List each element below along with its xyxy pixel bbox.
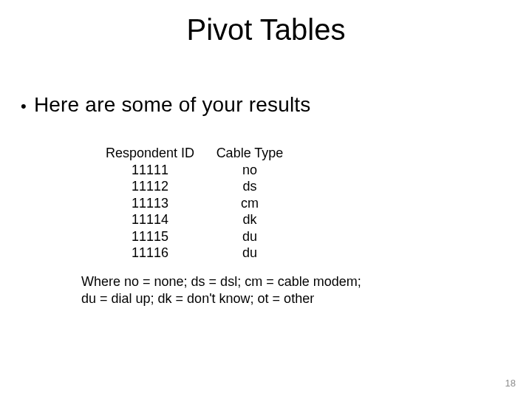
- cell-type: du: [205, 228, 294, 245]
- cell-type: dk: [205, 211, 294, 228]
- table-row: 11115 du: [95, 228, 294, 245]
- cell-type: du: [205, 245, 294, 262]
- legend-line-1: Where no = none; ds = dsl; cm = cable mo…: [81, 273, 451, 290]
- table-row: 11112 ds: [95, 178, 294, 195]
- bullet-icon: •: [21, 98, 27, 115]
- slide: Pivot Tables •Here are some of your resu…: [0, 0, 532, 399]
- cell-type: cm: [205, 195, 294, 212]
- slide-title: Pivot Tables: [0, 13, 532, 47]
- bullet-text: Here are some of your results: [34, 93, 311, 116]
- cell-id: 11115: [95, 228, 205, 245]
- cell-id: 11113: [95, 195, 205, 212]
- table-header-row: Respondent ID Cable Type: [95, 145, 294, 162]
- data-table: Respondent ID Cable Type 11111 no 11112 …: [95, 145, 294, 262]
- header-respondent-id: Respondent ID: [95, 145, 205, 162]
- cell-id: 11112: [95, 178, 205, 195]
- table-row: 11113 cm: [95, 195, 294, 212]
- cell-id: 11111: [95, 162, 205, 179]
- header-cable-type: Cable Type: [205, 145, 294, 162]
- cell-id: 11114: [95, 211, 205, 228]
- cell-id: 11116: [95, 245, 205, 262]
- cell-type: ds: [205, 178, 294, 195]
- page-number: 18: [505, 378, 516, 389]
- legend-text: Where no = none; ds = dsl; cm = cable mo…: [81, 273, 451, 308]
- legend-line-2: du = dial up; dk = don't know; ot = othe…: [81, 290, 451, 307]
- table-row: 11111 no: [95, 162, 294, 179]
- table-row: 11114 dk: [95, 211, 294, 228]
- bullet-line: •Here are some of your results: [21, 93, 311, 117]
- cell-type: no: [205, 162, 294, 179]
- table-row: 11116 du: [95, 245, 294, 262]
